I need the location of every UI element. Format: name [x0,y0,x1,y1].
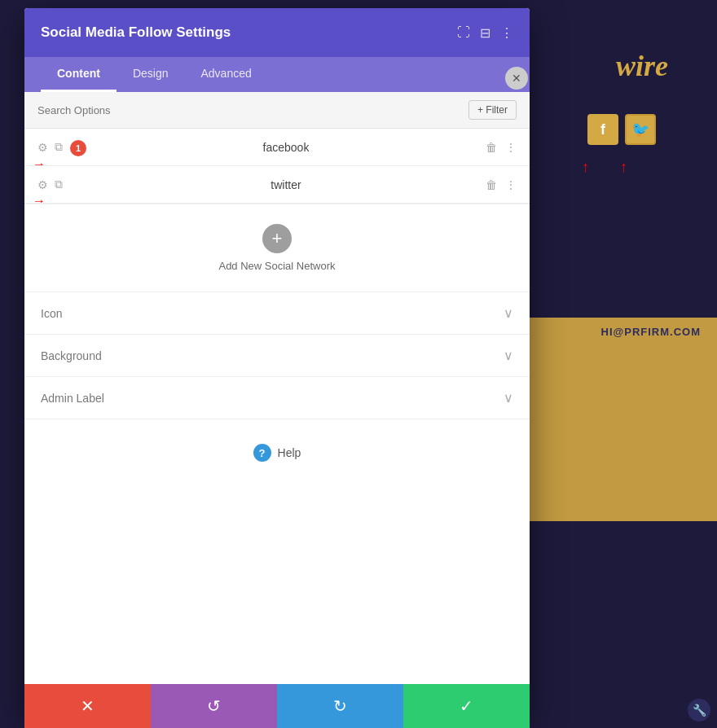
add-social-button[interactable]: + [262,224,292,253]
bg-twitter-icon: 🐦 [625,114,656,145]
duplicate-icon-fb[interactable]: ⧉ [55,140,63,154]
accordion-background: Background ∨ [24,335,530,377]
social-item-facebook: ⚙ ⧉ facebook 🗑 ⋮ [24,129,530,166]
settings-modal: Social Media Follow Settings ⛶ ⊟ ⋮ Conte… [24,8,530,717]
more-icon-tw[interactable]: ⋮ [505,178,517,191]
bg-arrows: ↑ ↑ [582,159,627,176]
arrow-up-fb: ↑ [582,159,589,176]
tab-content[interactable]: Content [41,57,117,92]
item-actions-tw: 🗑 ⋮ [486,178,517,191]
wire-logo: wire [616,49,668,83]
bg-facebook-icon: f [587,114,618,145]
undo-button[interactable]: ↺ [151,684,277,728]
more-icon-fb[interactable]: ⋮ [505,141,517,154]
accordion-icon-title: Icon [41,307,62,320]
gold-section [505,318,717,521]
social-name-twitter: twitter [86,178,486,191]
search-input[interactable] [37,104,460,116]
badge-number: 1 [70,140,86,156]
accordion-admin-label-title: Admin Label [41,392,104,405]
close-button[interactable]: ✕ [505,67,528,90]
expand-icon[interactable]: ⛶ [457,25,470,40]
settings-icon-fb[interactable]: ⚙ [37,141,48,154]
tab-advanced[interactable]: Advanced [184,57,267,92]
delete-icon-tw[interactable]: 🗑 [486,178,497,191]
tab-design[interactable]: Design [117,57,185,92]
accordion-background-title: Background [41,349,102,362]
social-items-list: ⚙ ⧉ facebook 🗑 ⋮ ⚙ ⧉ twitter 🗑 ⋮ [24,129,530,204]
social-item-twitter: ⚙ ⧉ twitter 🗑 ⋮ [24,166,530,204]
columns-icon[interactable]: ⊟ [480,25,490,41]
item-control-icons-tw: ⚙ ⧉ [37,178,86,191]
cancel-button[interactable]: ✕ [24,684,151,728]
chevron-down-icon-admin: ∨ [504,390,513,406]
save-button[interactable]: ✓ [403,684,530,728]
modal-header: Social Media Follow Settings ⛶ ⊟ ⋮ [24,8,530,57]
chevron-down-icon-icon: ∨ [504,305,513,321]
duplicate-icon-tw[interactable]: ⧉ [55,178,63,191]
add-new-label: Add New Social Network [218,260,335,272]
search-bar: + Filter [24,92,530,129]
accordion-background-header[interactable]: Background ∨ [24,335,530,376]
settings-icon-tw[interactable]: ⚙ [37,178,48,191]
modal-content: 1 → → ⚙ ⧉ facebook 🗑 ⋮ ⚙ [24,129,530,673]
accordion-icon-header[interactable]: Icon ∨ [24,292,530,334]
social-name-facebook: facebook [86,141,486,154]
modal-tabs: Content Design Advanced [24,57,530,92]
modal-footer: ✕ ↺ ↻ ✓ [24,684,530,728]
help-icon: ? [253,444,271,462]
redo-button[interactable]: ↻ [277,684,403,728]
accordion-icon: Icon ∨ [24,292,530,335]
email-display: HI@PRFIRM.COM [601,326,701,338]
accordion-admin-label: Admin Label ∨ [24,377,530,419]
filter-button[interactable]: + Filter [468,100,517,120]
bg-social-icons: f 🐦 [587,114,656,145]
help-section: ? Help [24,419,530,486]
wrench-icon[interactable]: 🔧 [688,699,710,721]
more-icon[interactable]: ⋮ [500,25,513,41]
chevron-down-icon-bg: ∨ [504,348,513,363]
modal-header-icons: ⛶ ⊟ ⋮ [457,25,513,41]
help-label[interactable]: Help [278,446,301,459]
accordion-admin-label-header[interactable]: Admin Label ∨ [24,377,530,419]
delete-icon-fb[interactable]: 🗑 [486,141,497,154]
add-new-social-section: + Add New Social Network [24,204,530,292]
modal-title: Social Media Follow Settings [41,24,231,41]
item-actions-fb: 🗑 ⋮ [486,141,517,154]
arrow-up-tw: ↑ [620,159,627,176]
